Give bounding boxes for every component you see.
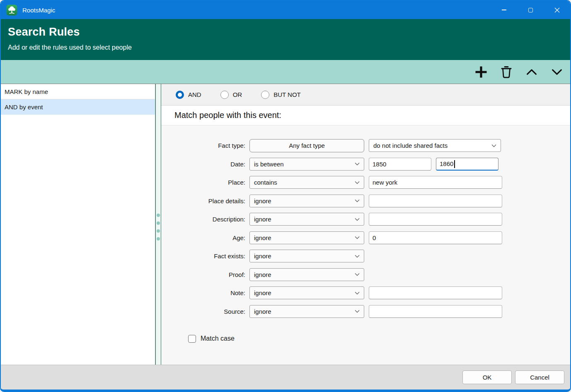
rule-item-label: AND by event [5, 103, 43, 111]
plus-icon [474, 65, 488, 79]
description-operator-select[interactable]: ignore [249, 213, 364, 226]
source-operator-select[interactable]: ignore [249, 305, 364, 318]
titlebar: RootsMagic [1, 1, 570, 19]
place-details-label: Place details: [161, 197, 249, 204]
place-label: Place: [161, 179, 249, 186]
chevron-down-icon [355, 255, 360, 258]
chevron-down-icon [491, 144, 496, 147]
date-row: Date: is between [161, 158, 570, 171]
rules-list: MARK by name AND by event [1, 84, 155, 365]
age-operator-select[interactable]: ignore [249, 231, 364, 244]
place-row: Place: contains [161, 176, 570, 189]
maximize-icon [528, 8, 533, 12]
radio-and[interactable]: AND [176, 91, 201, 99]
date-operator-select[interactable]: is between [249, 158, 364, 171]
place-details-operator-select[interactable]: ignore [249, 195, 364, 207]
move-rule-down-button[interactable] [549, 64, 564, 80]
chevron-down-icon [551, 67, 563, 77]
rules-toolbar [1, 60, 570, 84]
window-title: RootsMagic [22, 7, 491, 14]
event-rule-form: Fact type: Any fact type do not include … [161, 125, 570, 365]
rootsmagic-window: RootsMagic Search Rules Add or edit the … [0, 0, 571, 392]
rootsmagic-logo-icon [6, 5, 17, 16]
match-heading: Match people with this event: [161, 106, 570, 125]
fact-exists-operator-select[interactable]: ignore [249, 250, 364, 262]
dialog-footer: OK Cancel [1, 365, 570, 390]
text-cursor [454, 160, 455, 168]
radio-and-label: AND [188, 91, 201, 98]
chevron-down-icon [355, 181, 360, 184]
page-subtitle: Add or edit the rules used to select peo… [8, 44, 570, 51]
window-controls [491, 1, 570, 19]
date-from-input[interactable] [369, 158, 431, 171]
close-button[interactable] [544, 1, 570, 19]
ok-button[interactable]: OK [462, 370, 512, 384]
radio-but-not-icon [261, 91, 269, 99]
minimize-button[interactable] [491, 1, 517, 19]
dialog-header: Search Rules Add or edit the rules used … [1, 19, 570, 60]
radio-but-not[interactable]: BUT NOT [261, 91, 301, 99]
rule-item-mark-by-name[interactable]: MARK by name [1, 84, 155, 99]
rule-item-and-by-event[interactable]: AND by event [1, 99, 155, 115]
maximize-button[interactable] [517, 1, 544, 19]
age-label: Age: [161, 234, 249, 241]
fact-type-label: Fact type: [161, 142, 249, 149]
radio-or-label: OR [233, 91, 242, 98]
age-row: Age: ignore [161, 231, 570, 244]
place-operator-select[interactable]: contains [249, 176, 364, 189]
radio-and-icon [176, 91, 184, 99]
date-to-input[interactable] [436, 158, 498, 171]
note-value-input[interactable] [369, 286, 502, 299]
fact-exists-row: Fact exists: ignore [161, 250, 570, 262]
radio-but-not-label: BUT NOT [273, 91, 301, 98]
match-case-label: Match case [201, 335, 235, 342]
rule-item-label: MARK by name [5, 88, 48, 95]
rule-detail-panel: AND OR BUT NOT Match people with this ev… [161, 84, 570, 365]
chevron-down-icon [355, 273, 360, 276]
source-value-input[interactable] [369, 305, 502, 318]
radio-or-icon [220, 91, 229, 99]
match-case-toggle[interactable]: Match case [188, 335, 570, 343]
place-details-row: Place details: ignore [161, 195, 570, 207]
add-rule-button[interactable] [474, 64, 489, 80]
move-rule-up-button[interactable] [524, 64, 539, 80]
chevron-up-icon [525, 67, 538, 77]
shared-facts-select[interactable]: do not include shared facts [369, 139, 501, 152]
trash-icon [499, 65, 513, 79]
panel-splitter[interactable] [155, 84, 161, 365]
splitter-grip-icon [157, 214, 160, 240]
cancel-button[interactable]: Cancel [515, 370, 564, 384]
place-value-input[interactable] [369, 176, 502, 189]
radio-or[interactable]: OR [220, 91, 242, 99]
close-icon [554, 7, 560, 13]
description-row: Description: ignore [161, 213, 570, 226]
age-value-input[interactable] [369, 231, 502, 244]
fact-type-row: Fact type: Any fact type do not include … [161, 139, 570, 152]
place-details-value-input[interactable] [369, 195, 502, 207]
chevron-down-icon [355, 218, 360, 221]
operator-row: AND OR BUT NOT [161, 84, 570, 106]
chevron-down-icon [355, 162, 360, 166]
proof-operator-select[interactable]: ignore [249, 268, 364, 281]
date-label: Date: [161, 161, 249, 168]
minimize-icon [502, 10, 506, 10]
chevron-down-icon [355, 199, 360, 202]
source-row: Source: ignore [161, 305, 570, 318]
match-case-checkbox[interactable] [188, 335, 196, 343]
description-value-input[interactable] [369, 213, 502, 226]
page-title: Search Rules [8, 26, 570, 38]
description-label: Description: [161, 216, 249, 223]
proof-row: Proof: ignore [161, 268, 570, 281]
chevron-down-icon [355, 236, 360, 239]
note-operator-select[interactable]: ignore [249, 286, 364, 299]
source-label: Source: [161, 308, 249, 315]
chevron-down-icon [355, 291, 360, 295]
delete-rule-button[interactable] [499, 64, 514, 80]
chevron-down-icon [355, 310, 360, 313]
main-area: MARK by name AND by event AND OR [1, 84, 570, 365]
fact-type-button[interactable]: Any fact type [249, 139, 364, 152]
note-row: Note: ignore [161, 286, 570, 299]
note-label: Note: [161, 289, 249, 296]
proof-label: Proof: [161, 271, 249, 278]
fact-exists-label: Fact exists: [161, 253, 249, 260]
